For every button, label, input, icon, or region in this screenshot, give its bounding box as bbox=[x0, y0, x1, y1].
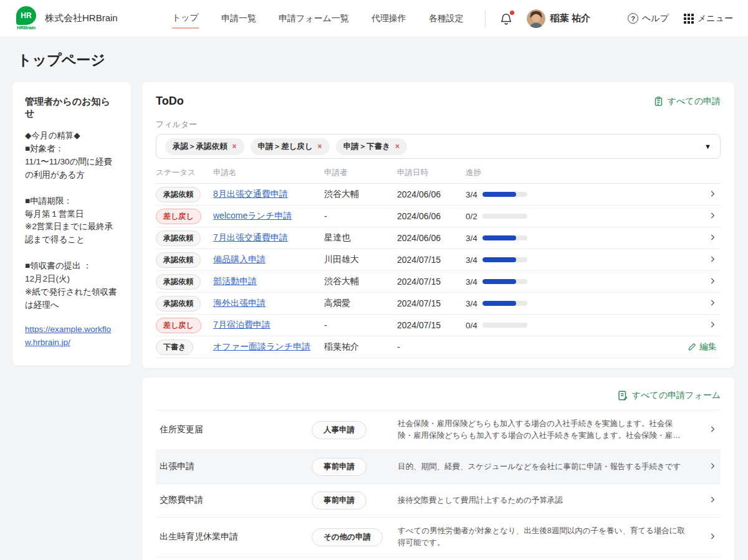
notice-body: ◆今月の精算◆ ■対象者： 11/1〜11/30の間に経費の利用がある方 ■申請… bbox=[25, 130, 118, 312]
grid-menu-icon bbox=[684, 14, 694, 24]
form-row[interactable]: 出張申請 事前申請 目的、期間、経費、スケジュールなどを会社に事前に申請・報告す… bbox=[156, 450, 721, 484]
filter-chip[interactable]: 承認＞承認依頼× bbox=[165, 138, 244, 155]
category-badge: 事前申請 bbox=[312, 458, 367, 476]
form-row[interactable]: 交際費申請 事前申請 接待交際費として費用計上するための予算承認 bbox=[156, 484, 721, 518]
applicant: 渋谷大輔 bbox=[324, 189, 397, 200]
application-link[interactable]: 海外出張申請 bbox=[213, 298, 266, 308]
menu-button[interactable]: メニュー bbox=[684, 13, 733, 24]
status-badge: 承認依頼 bbox=[156, 274, 201, 290]
chevron-right-icon[interactable] bbox=[708, 277, 717, 287]
chip-remove-icon[interactable]: × bbox=[395, 142, 400, 151]
category-badge: 事前申請 bbox=[312, 491, 367, 510]
status-badge: 差し戻し bbox=[156, 209, 201, 224]
forms-list: 住所変更届 人事申請 社会保険・雇用保険どちらも加入する場合の入社手続きを実施し… bbox=[156, 410, 721, 558]
todo-table-header: ステータス申請名申請者申請日時進捗 bbox=[156, 168, 721, 184]
table-row: 差し戻し 7月宿泊費申請 - 2024/07/15 0/4 bbox=[156, 315, 721, 336]
application-link[interactable]: 部活動申請 bbox=[213, 276, 257, 286]
application-link[interactable]: welcomeランチ申請 bbox=[213, 211, 292, 221]
nav-application-list[interactable]: 申請一覧 bbox=[221, 9, 256, 28]
logo-wordmark: HRBrain bbox=[17, 25, 36, 31]
edit-button[interactable]: 編集 bbox=[688, 341, 717, 353]
progress-text: 3/4 bbox=[466, 299, 477, 308]
table-row: 承認依頼 8月出張交通費申請 渋谷大輔 2024/06/06 3/4 bbox=[156, 184, 721, 206]
table-row: 下書き オファー面談ランチ申請 稲葉祐介 - 編集 bbox=[156, 336, 721, 358]
chevron-right-icon[interactable] bbox=[708, 532, 717, 543]
chip-remove-icon[interactable]: × bbox=[233, 142, 237, 151]
chevron-right-icon[interactable] bbox=[708, 211, 717, 222]
all-applications-link[interactable]: すべての申請 bbox=[653, 96, 721, 107]
logo-bubble-icon: HR bbox=[16, 6, 36, 25]
application-link[interactable]: オファー面談ランチ申請 bbox=[213, 341, 310, 351]
applicant: 渋谷大輔 bbox=[324, 276, 397, 287]
form-description: 接待交際費として費用計上するための予算承認 bbox=[386, 495, 696, 506]
filter-select[interactable]: 承認＞承認依頼× 申請＞差し戻し× 申請＞下書き× ▼ bbox=[156, 134, 721, 159]
chevron-down-icon[interactable]: ▼ bbox=[704, 143, 711, 150]
progress-text: 3/4 bbox=[466, 277, 477, 287]
chevron-right-icon[interactable] bbox=[708, 189, 717, 200]
help-label: ヘルプ bbox=[642, 13, 669, 24]
hrbrain-logo[interactable]: HR HRBrain bbox=[12, 6, 40, 31]
chevron-right-icon[interactable] bbox=[708, 425, 717, 435]
chevron-right-icon[interactable] bbox=[708, 233, 717, 244]
form-description: 目的、期間、経費、スケジュールなどを会社に事前に申請・報告する手続きです bbox=[386, 461, 696, 473]
clipboard-icon bbox=[653, 96, 664, 107]
nav-top[interactable]: トップ bbox=[172, 9, 199, 29]
header-divider bbox=[485, 10, 486, 27]
notification-dot bbox=[510, 11, 514, 15]
application-link[interactable]: 7月宿泊費申請 bbox=[213, 320, 271, 330]
application-link[interactable]: 7月出張交通費申請 bbox=[213, 232, 288, 242]
status-badge: 承認依頼 bbox=[156, 296, 201, 311]
chevron-right-icon[interactable] bbox=[708, 462, 717, 472]
admin-notice-panel: 管理者からのお知らせ ◆今月の精算◆ ■対象者： 11/1〜11/30の間に経費… bbox=[12, 82, 131, 366]
all-application-forms-link[interactable]: すべての申請フォーム bbox=[617, 390, 721, 401]
todo-panel: ToDo すべての申請 フィルター 承認＞承認依頼× 申請＞差し戻し× 申請＞下… bbox=[142, 82, 734, 368]
applicant: 川田雄大 bbox=[324, 254, 397, 265]
progress-bar bbox=[482, 257, 527, 262]
filter-label: フィルター bbox=[156, 119, 721, 130]
chevron-right-icon[interactable] bbox=[708, 298, 717, 309]
application-forms-panel: すべての申請フォーム 住所変更届 人事申請 社会保険・雇用保険どちらも加入する場… bbox=[142, 377, 734, 560]
progress-text: 3/4 bbox=[466, 255, 477, 265]
chip-remove-icon[interactable]: × bbox=[318, 142, 322, 151]
notification-bell-icon[interactable] bbox=[499, 11, 513, 26]
table-row: 承認依頼 備品購入申請 川田雄大 2024/07/15 3/4 bbox=[156, 249, 721, 271]
progress-text: 0/2 bbox=[466, 212, 477, 221]
filter-chip[interactable]: 申請＞下書き× bbox=[336, 138, 407, 155]
date: 2024/07/15 bbox=[397, 320, 466, 330]
page-title: トップページ bbox=[17, 50, 748, 70]
status-badge: 承認依頼 bbox=[156, 187, 201, 202]
nav-application-form-list[interactable]: 申請フォーム一覧 bbox=[279, 9, 349, 28]
user-avatar[interactable] bbox=[527, 9, 545, 28]
date: - bbox=[397, 342, 466, 352]
applicant: - bbox=[324, 211, 397, 221]
nav-proxy-operation[interactable]: 代理操作 bbox=[372, 9, 406, 28]
date: 2024/07/15 bbox=[397, 298, 466, 308]
nav-settings[interactable]: 各種設定 bbox=[429, 9, 464, 28]
form-name: 出生時育児休業申請 bbox=[156, 531, 312, 543]
applicant: 稲葉祐介 bbox=[324, 341, 397, 353]
progress-bar bbox=[482, 279, 527, 284]
chevron-right-icon[interactable] bbox=[708, 255, 717, 265]
category-badge: 人事申請 bbox=[312, 421, 367, 439]
progress-text: 3/4 bbox=[466, 190, 477, 199]
progress-bar bbox=[482, 301, 527, 306]
filter-chip[interactable]: 申請＞差し戻し× bbox=[251, 138, 330, 155]
application-link[interactable]: 8月出張交通費申請 bbox=[213, 189, 288, 199]
table-row: 承認依頼 海外出張申請 高畑愛 2024/07/15 3/4 bbox=[156, 293, 721, 315]
applicant: 星達也 bbox=[324, 232, 397, 244]
table-row: 承認依頼 7月出張交通費申請 星達也 2024/06/06 3/4 bbox=[156, 227, 721, 249]
form-row[interactable]: 住所変更届 人事申請 社会保険・雇用保険どちらも加入する場合の入社手続きを実施し… bbox=[156, 411, 721, 450]
help-button[interactable]: ? ヘルプ bbox=[628, 13, 669, 24]
progress-text: 0/4 bbox=[466, 321, 477, 330]
notice-link[interactable]: https://example.workflow.hrbrain.jp/ bbox=[25, 323, 118, 349]
status-badge: 差し戻し bbox=[156, 318, 201, 333]
form-row[interactable]: 出生時育児休業申請 その他の申請 すべての男性労働者が対象となり、出生後8週間以… bbox=[156, 518, 721, 558]
application-link[interactable]: 備品購入申請 bbox=[213, 254, 266, 264]
chevron-right-icon[interactable] bbox=[708, 495, 717, 506]
top-bar-right: 稲葉 祐介 ? ヘルプ メニュー bbox=[485, 9, 733, 28]
form-pencil-icon bbox=[617, 390, 628, 401]
content: 管理者からのお知らせ ◆今月の精算◆ ■対象者： 11/1〜11/30の間に経費… bbox=[0, 82, 748, 560]
chevron-right-icon[interactable] bbox=[708, 320, 717, 331]
status-badge: 承認依頼 bbox=[156, 252, 201, 268]
category-badge: その他の申請 bbox=[312, 528, 383, 546]
